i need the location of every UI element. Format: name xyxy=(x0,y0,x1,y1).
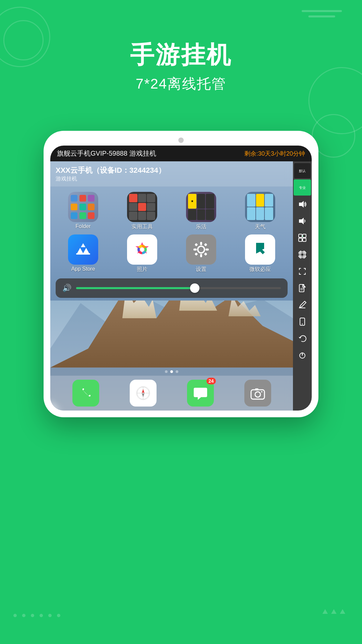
ios-screen: XXX云手机（设备ID：3244234） 游戏挂机 xyxy=(50,161,293,411)
mountain-background xyxy=(50,301,293,368)
file-icon xyxy=(298,284,307,292)
weather-app-icon xyxy=(245,192,275,222)
dock-safari-icon[interactable] xyxy=(130,380,157,407)
status-bar: 旗舰云手机GVIP-59888 游戏挂机 剩余:30天3小时20分钟 xyxy=(50,146,312,161)
svg-point-37 xyxy=(302,324,303,325)
app-item-bing[interactable]: 微软必应 xyxy=(233,234,288,273)
svg-point-3 xyxy=(198,246,204,253)
ios-topbar-title: XXX云手机（设备ID：3244234） xyxy=(56,165,288,175)
svg-rect-6 xyxy=(193,249,197,251)
sidebar-btn-phone[interactable] xyxy=(294,314,311,330)
phone-frame: 旗舰云手机GVIP-59888 游戏挂机 剩余:30天3小时20分钟 XXX云手… xyxy=(44,131,318,417)
bing-app-label: 微软必应 xyxy=(249,266,271,273)
sidebar-btn-screenshot[interactable] xyxy=(294,263,311,279)
vol-down-icon xyxy=(298,216,307,226)
app-item-appstore[interactable]: App Store xyxy=(56,234,111,273)
app-item-folder[interactable]: Folder xyxy=(56,192,111,230)
phone-svg xyxy=(78,385,94,401)
ios-topbar: XXX云手机（设备ID：3244234） 游戏挂机 xyxy=(50,161,293,186)
svg-rect-4 xyxy=(200,242,202,245)
svg-rect-17 xyxy=(251,390,264,399)
bottom-triangles xyxy=(322,609,345,614)
bing-svg xyxy=(250,239,270,260)
edit-icon xyxy=(298,301,307,309)
undo-icon xyxy=(298,334,307,343)
svg-point-2 xyxy=(140,248,144,251)
page-dot-1[interactable] xyxy=(170,370,173,373)
app-item-photos[interactable]: 照片 xyxy=(115,234,170,273)
svg-rect-7 xyxy=(205,249,209,251)
sidebar-btn-crop[interactable] xyxy=(294,247,311,263)
bottom-dot xyxy=(13,614,17,617)
main-title: 手游挂机 xyxy=(0,40,362,69)
svg-rect-8 xyxy=(195,243,198,247)
appstore-svg xyxy=(74,240,92,259)
svg-point-20 xyxy=(261,391,262,392)
svg-rect-0 xyxy=(76,253,90,255)
app-item-lehuo[interactable]: ★ 乐活 xyxy=(174,192,229,230)
volume-slider[interactable]: 🔊 xyxy=(56,278,288,298)
app-grid: Folder xyxy=(50,186,293,276)
power-icon xyxy=(298,351,307,360)
messages-svg xyxy=(192,385,208,401)
ios-topbar-subtitle: 游戏挂机 xyxy=(56,175,288,182)
screen-body: XXX云手机（设备ID：3244234） 游戏挂机 xyxy=(50,161,312,411)
settings-svg xyxy=(192,240,210,259)
utility-app-label: 实用工具 xyxy=(131,223,153,230)
sidebar-btn-pro[interactable]: 专业 xyxy=(294,179,311,196)
sub-title: 7*24离线托管 xyxy=(0,74,362,93)
lehuo-grid: ★ xyxy=(186,192,216,222)
folder-app-icon xyxy=(68,192,98,222)
weather-app-label: 天气 xyxy=(255,223,265,230)
svg-rect-5 xyxy=(200,254,202,257)
sidebar-btn-undo[interactable] xyxy=(294,330,311,346)
utility-app-icon xyxy=(127,192,157,222)
triangle xyxy=(340,609,345,614)
status-bar-left: 旗舰云手机GVIP-59888 游戏挂机 xyxy=(57,149,156,158)
phone-screen: 旗舰云手机GVIP-59888 游戏挂机 剩余:30天3小时20分钟 XXX云手… xyxy=(50,146,312,411)
utility-grid xyxy=(127,192,157,222)
mountain-svg xyxy=(50,301,293,368)
phone-sidebar-icon xyxy=(298,317,307,326)
photos-app-icon xyxy=(127,234,157,265)
photos-svg xyxy=(132,239,152,260)
slider-track[interactable] xyxy=(76,287,281,289)
sidebar-btn-power[interactable] xyxy=(294,347,311,363)
page-dot-0[interactable] xyxy=(165,370,168,373)
header-section: 手游挂机 7*24离线托管 xyxy=(0,0,362,107)
svg-rect-19 xyxy=(255,388,258,390)
crop-icon xyxy=(298,250,307,259)
right-sidebar: 默认 专业 xyxy=(293,161,312,411)
sidebar-btn-file[interactable] xyxy=(294,280,311,296)
ios-dock: 24 xyxy=(50,376,293,411)
weather-grid xyxy=(245,192,275,222)
bottom-dot xyxy=(48,614,52,617)
svg-rect-10 xyxy=(195,253,198,256)
svg-rect-23 xyxy=(299,234,302,237)
page-dot-2[interactable] xyxy=(176,370,178,373)
lehuo-app-icon: ★ xyxy=(186,192,216,222)
dock-phone-icon[interactable] xyxy=(72,380,99,407)
sidebar-btn-edit[interactable] xyxy=(294,297,311,313)
sidebar-pro-label: 专业 xyxy=(299,186,306,190)
sidebar-btn-vol-down[interactable] xyxy=(294,213,311,229)
bottom-dot xyxy=(57,614,60,617)
screenshot-icon xyxy=(298,267,307,276)
sidebar-btn-layout[interactable] xyxy=(294,230,311,246)
dock-messages-icon[interactable]: 24 xyxy=(187,380,214,407)
messages-badge: 24 xyxy=(206,378,216,384)
app-item-settings[interactable]: 设置 xyxy=(174,234,229,273)
slider-thumb[interactable] xyxy=(190,283,199,293)
vol-up-icon xyxy=(298,200,307,209)
app-item-utility[interactable]: 实用工具 xyxy=(115,192,170,230)
layout-icon xyxy=(298,233,307,242)
app-item-weather[interactable]: 天气 xyxy=(233,192,288,230)
sidebar-btn-default[interactable]: 默认 xyxy=(294,163,311,179)
photos-app-label: 照片 xyxy=(137,266,147,273)
bing-app-icon xyxy=(245,234,275,265)
triangle xyxy=(331,609,337,614)
sidebar-btn-vol-up[interactable] xyxy=(294,196,311,212)
dock-camera-icon[interactable] xyxy=(244,380,271,407)
bottom-dot xyxy=(22,614,25,617)
svg-marker-21 xyxy=(299,201,304,208)
